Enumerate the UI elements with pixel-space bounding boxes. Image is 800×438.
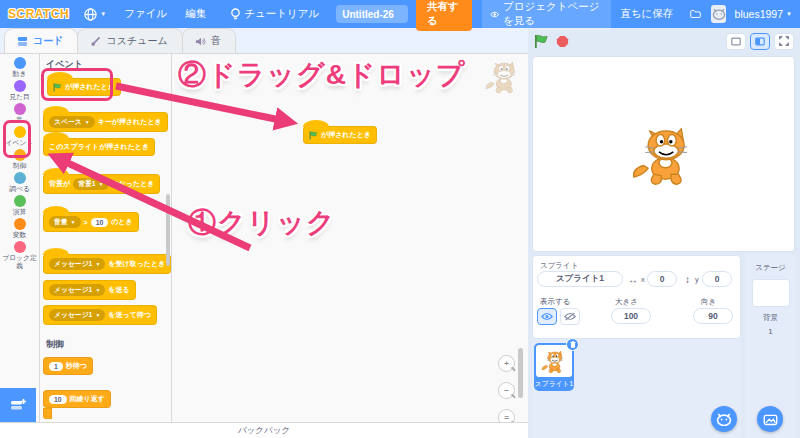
x-position-input[interactable]: 0: [647, 271, 677, 287]
backdrop-thumbnail[interactable]: [752, 279, 790, 307]
tab-code[interactable]: コード: [4, 28, 78, 53]
palette-header-events: イベント: [46, 58, 83, 71]
category-sidebar: 動き 見た目 音 イベント 制御 調べる 演算 変数 ブロック定義: [0, 54, 40, 422]
looks-dot-icon: [14, 80, 26, 92]
show-label: 表示する: [540, 297, 570, 307]
chevron-down-icon: ▼: [786, 11, 792, 17]
sprite-name-input[interactable]: スプライト1: [537, 271, 623, 287]
zoom-reset-button[interactable]: =: [498, 409, 515, 422]
block-when-backdrop-switches[interactable]: 背景が 背景1▼ になったとき: [43, 174, 160, 194]
palette-scrollbar[interactable]: [166, 194, 170, 266]
chevron-down-icon: ▼: [100, 11, 106, 17]
stop-button[interactable]: [556, 35, 569, 48]
eye-closed-icon: [564, 312, 576, 321]
y-position-input[interactable]: 0: [702, 271, 732, 287]
code-tab-icon: [17, 36, 28, 47]
scratch-logo[interactable]: SCRATCH: [8, 7, 69, 21]
add-backdrop-button[interactable]: [757, 406, 783, 432]
control-dot-icon: [14, 149, 26, 161]
fullscreen-button[interactable]: [774, 33, 794, 50]
normal-stage-button[interactable]: [750, 33, 770, 50]
direction-input[interactable]: 90: [693, 308, 733, 324]
category-events[interactable]: イベント: [0, 125, 39, 148]
category-myblocks[interactable]: ブロック定義: [0, 240, 39, 270]
block-when-flag-clicked[interactable]: が押されたとき: [47, 78, 121, 96]
tab-costumes[interactable]: コスチューム: [77, 28, 182, 53]
scripts-workspace[interactable]: ②ドラッグ&ドロップ ①クリック が押されたとき + − =: [172, 54, 528, 422]
add-sprite-button[interactable]: [711, 406, 737, 432]
backpack-bar[interactable]: バックパック: [0, 422, 528, 438]
repeat-value-input[interactable]: 10: [49, 395, 67, 404]
tab-code-label: コード: [33, 34, 63, 48]
y-position-icon: ↕: [685, 274, 690, 285]
fullscreen-icon: [779, 36, 789, 46]
category-operators[interactable]: 演算: [0, 194, 39, 217]
block-when-loudness-greater[interactable]: 音量▼ > 10 のとき: [43, 212, 139, 232]
backpack-label: バックパック: [238, 425, 290, 437]
key-dropdown[interactable]: スペース▼: [49, 116, 95, 128]
zoom-in-button[interactable]: +: [498, 355, 515, 372]
cat-watermark: [483, 56, 523, 96]
block-when-receive-message[interactable]: メッセージ1▼ を受け取ったとき: [43, 254, 171, 274]
message-dropdown[interactable]: メッセージ1▼: [49, 258, 105, 270]
category-variables[interactable]: 変数: [0, 217, 39, 240]
add-backdrop-icon: [763, 413, 778, 426]
tab-costumes-label: コスチューム: [106, 34, 167, 48]
language-menu[interactable]: ▼: [75, 0, 115, 28]
category-control[interactable]: 制御: [0, 148, 39, 171]
category-looks[interactable]: 見た目: [0, 79, 39, 102]
menu-file[interactable]: ファイル: [115, 0, 176, 28]
block-broadcast[interactable]: メッセージ1▼ を送る: [43, 280, 136, 300]
sprite-tile-name: スプライト1: [534, 379, 574, 389]
x-position-icon: ↔: [628, 274, 638, 285]
add-extension-button[interactable]: [0, 388, 36, 422]
sprite-list-item-selected[interactable]: スプライト1: [534, 343, 574, 391]
block-when-sprite-clicked[interactable]: このスプライトが押されたとき: [43, 138, 155, 156]
chevron-down-icon: ▼: [95, 313, 100, 318]
zoom-out-button[interactable]: −: [498, 382, 515, 399]
backdrop-dropdown[interactable]: 背景1▼: [73, 178, 108, 190]
loudness-value-input[interactable]: 10: [91, 218, 109, 227]
project-page-label: プロジェクトページを見る: [503, 0, 603, 28]
block-when-key-pressed[interactable]: スペース▼ キーが押されたとき: [43, 112, 168, 132]
menu-tutorials[interactable]: チュートリアル: [221, 0, 328, 28]
project-title-input[interactable]: Untitled-26: [336, 5, 408, 23]
delete-sprite-button[interactable]: [566, 338, 579, 351]
tab-sounds[interactable]: 音: [182, 28, 236, 53]
green-flag-icon: [309, 131, 318, 140]
chevron-down-icon: ▼: [71, 220, 76, 225]
message-dropdown[interactable]: メッセージ1▼: [49, 284, 105, 296]
block-repeat[interactable]: 10 回繰り返す: [43, 390, 111, 408]
sensing-dot-icon: [14, 172, 26, 184]
repeat-c-arm: [43, 408, 52, 419]
folder-icon[interactable]: [690, 8, 701, 20]
eye-open-icon: [541, 312, 553, 321]
save-now-button[interactable]: 直ちに保存: [611, 0, 682, 28]
size-input[interactable]: 100: [611, 308, 651, 324]
size-label: 大きさ: [615, 297, 638, 307]
dropped-when-flag-clicked[interactable]: が押されたとき: [303, 126, 377, 144]
category-motion[interactable]: 動き: [0, 56, 39, 79]
tab-bar: コード コスチューム 音: [0, 28, 528, 54]
green-flag-button[interactable]: [534, 34, 549, 49]
project-page-button[interactable]: プロジェクトページを見る: [482, 0, 612, 31]
workspace-scrollbar[interactable]: [518, 348, 523, 398]
loudness-dropdown[interactable]: 音量▼: [49, 216, 81, 228]
menu-edit[interactable]: 編集: [176, 0, 215, 28]
green-flag-icon: [53, 83, 62, 92]
category-sound[interactable]: 音: [0, 102, 39, 125]
message-dropdown[interactable]: メッセージ1▼: [49, 309, 105, 321]
show-sprite-button[interactable]: [537, 308, 557, 325]
avatar[interactable]: [711, 5, 725, 23]
stage-controls: [528, 28, 800, 54]
block-wait-seconds[interactable]: 1 秒待つ: [43, 357, 93, 375]
eye-icon: [490, 10, 499, 19]
block-broadcast-and-wait[interactable]: メッセージ1▼ を送って待つ: [43, 305, 157, 325]
wait-value-input[interactable]: 1: [49, 362, 63, 371]
share-button[interactable]: 共有する: [416, 0, 471, 31]
hide-sprite-button[interactable]: [560, 308, 580, 325]
small-stage-button[interactable]: [726, 33, 746, 50]
sprite-cat[interactable]: [628, 118, 700, 190]
category-sensing[interactable]: 調べる: [0, 171, 39, 194]
account-menu[interactable]: blues1997 ▼: [726, 0, 792, 28]
